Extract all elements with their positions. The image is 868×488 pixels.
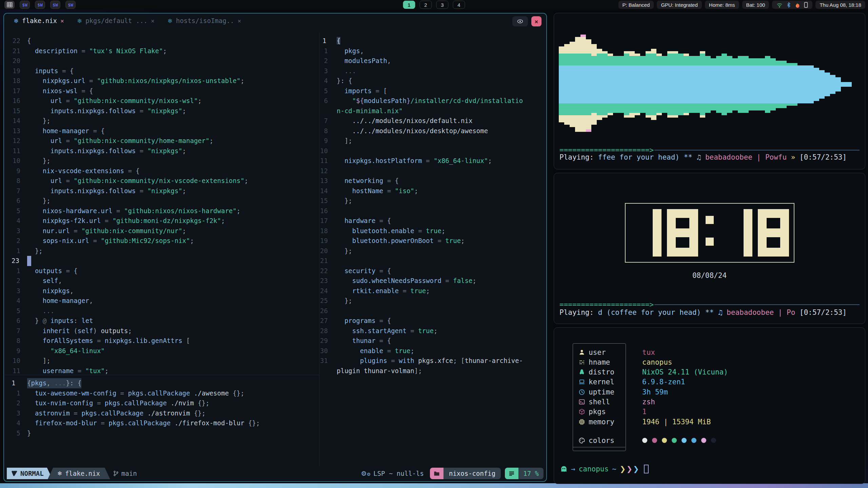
- toggle-button[interactable]: [512, 16, 528, 26]
- code-line[interactable]: 18 bluetooth.enable = true;: [320, 226, 547, 236]
- tag-1[interactable]: 1: [403, 1, 415, 9]
- code-line[interactable]: 15 inputs.nixpkgs.follows = "nixpkgs";: [4, 106, 319, 116]
- taskbar-item[interactable]: $W: [65, 1, 76, 9]
- code-line[interactable]: 23 sudo.wheelNeedsPassword = false;: [320, 276, 547, 286]
- code-line[interactable]: 15 };: [320, 196, 547, 206]
- code-line[interactable]: plugin thunar-volman];: [320, 366, 547, 376]
- code-line[interactable]: 19 bluetooth.powerOnBoot = true;: [320, 236, 547, 246]
- code-line[interactable]: 4}: {: [320, 76, 547, 86]
- code-line[interactable]: 6 };: [4, 196, 319, 206]
- code-line[interactable]: 1 pkgs,: [320, 46, 547, 56]
- code-line[interactable]: 2 modulesPath,: [320, 56, 547, 66]
- code-line[interactable]: 7 inputs.nixpkgs.follows = "nixpkgs";: [4, 186, 319, 196]
- clock-widget[interactable]: Thu Aug 08, 18:18: [815, 1, 865, 9]
- code-line[interactable]: 3 ...: [320, 66, 547, 76]
- code-line[interactable]: 24 rtkit.enable = true;: [320, 286, 547, 296]
- code-line[interactable]: 17 hardware = {: [320, 216, 547, 226]
- code-line[interactable]: 11 username = "tux";: [4, 366, 319, 376]
- code-line[interactable]: 29 thunar = {: [320, 336, 547, 346]
- code-line[interactable]: 3 nur.url = "github:nix-community/nur";: [4, 226, 319, 236]
- code-line[interactable]: 17 nixos-wsl = {: [4, 86, 319, 96]
- tag-4[interactable]: 4: [453, 1, 465, 9]
- code-line[interactable]: 2 tux-nvim-config = pkgs.callPackage ./n…: [4, 398, 319, 408]
- code-line[interactable]: 12: [320, 166, 547, 176]
- code-line[interactable]: 12 url = "github:nix-community/home-mana…: [4, 136, 319, 146]
- code-line[interactable]: 22{: [4, 36, 319, 46]
- vertical-split[interactable]: [319, 33, 319, 466]
- launcher-button[interactable]: [4, 1, 15, 9]
- code-line[interactable]: 21 description = "tux's NixOS Flake";: [4, 46, 319, 56]
- tab-close-icon[interactable]: ×: [60, 17, 64, 24]
- gpu-widget[interactable]: GPU: Integrated: [657, 1, 702, 9]
- code-line[interactable]: 27 programs = {: [320, 316, 547, 326]
- code-line[interactable]: 31 plugins = with pkgs.xfce; [thunar-arc…: [320, 356, 547, 366]
- code-line[interactable]: 30 enable = true;: [320, 346, 547, 356]
- code-line[interactable]: 26: [320, 306, 547, 316]
- tab-pkgs/default ...[interactable]: ❄pkgs/default ...×: [77, 17, 155, 24]
- code-line[interactable]: 10 ];: [4, 356, 319, 366]
- code-line[interactable]: 5}: [4, 428, 319, 439]
- code-line[interactable]: 1 tux-awesome-wm-config = pkgs.callPacka…: [4, 388, 319, 399]
- code-line[interactable]: 28 ssh.startAgent = true;: [320, 326, 547, 336]
- close-button[interactable]: ×: [531, 16, 541, 26]
- code-line[interactable]: 5 ...: [4, 306, 319, 316]
- code-line[interactable]: 1{: [320, 36, 547, 46]
- code-line[interactable]: 8 ../../modules/nixos/desktop/awesome: [320, 126, 547, 136]
- code-line[interactable]: 11 inputs.nixpkgs.follows = "nixpkgs";: [4, 146, 319, 156]
- taskbar-item[interactable]: $W: [20, 1, 30, 9]
- code-line[interactable]: 20: [4, 56, 319, 66]
- tab-flake.nix[interactable]: ❄flake.nix×: [14, 17, 64, 24]
- code-line[interactable]: 20 };: [320, 246, 547, 256]
- code-line[interactable]: 2 sops-nix.url = "github:Mic92/sops-nix"…: [4, 236, 319, 246]
- code-line[interactable]: 4 firefox-mod-blur = pkgs.callPackage ./…: [4, 418, 319, 428]
- code-line[interactable]: 7 ../../modules/nixos/default.nix: [320, 116, 547, 126]
- code-line[interactable]: 13 networking = {: [320, 176, 547, 186]
- code-line[interactable]: 5 nixos-hardware.url = "github:nixos/nix…: [4, 206, 319, 216]
- code-line[interactable]: 1{pkgs, ...}: {: [4, 378, 319, 388]
- tab-close-icon[interactable]: ×: [151, 17, 155, 24]
- wifi-icon[interactable]: [776, 2, 783, 8]
- code-line[interactable]: 9 "x86_64-linux": [4, 346, 319, 356]
- code-line[interactable]: 19 inputs = {: [4, 66, 319, 76]
- tag-3[interactable]: 3: [436, 1, 449, 9]
- code-line[interactable]: 1 outputs = {: [4, 266, 319, 276]
- code-line[interactable]: 9 ];: [320, 136, 547, 146]
- editor-pane-flake[interactable]: 22{21 description = "tux's NixOS Flake";…: [4, 36, 319, 376]
- code-line[interactable]: 6 } @ inputs: let: [4, 316, 319, 326]
- code-line[interactable]: 22 security = {: [320, 266, 547, 276]
- code-line[interactable]: 23: [4, 256, 319, 266]
- editor-pane-pkgs[interactable]: 1{pkgs, ...}: {1 tux-awesome-wm-config =…: [4, 378, 319, 438]
- tab-hosts/isoImag..[interactable]: ❄hosts/isoImag..×: [167, 17, 241, 24]
- taskbar-item[interactable]: $W: [35, 1, 45, 9]
- code-line[interactable]: 7 inherit (self) outputs;: [4, 326, 319, 336]
- code-line[interactable]: 18 nixpkgs.url = "github:nixos/nixpkgs/n…: [4, 76, 319, 86]
- battery-widget[interactable]: Bat: 100: [742, 1, 769, 9]
- tag-2[interactable]: 2: [420, 1, 432, 9]
- code-line[interactable]: 4 nixpkgs-f2k.url = "github:moni-dz/nixp…: [4, 216, 319, 226]
- flame-icon[interactable]: [795, 2, 800, 8]
- phone-icon[interactable]: [804, 2, 808, 8]
- code-line[interactable]: 8 url = "github:nix-community/nix-vscode…: [4, 176, 319, 186]
- code-line[interactable]: 10 };: [4, 156, 319, 166]
- code-line[interactable]: 6 "${modulesPath}/installer/cd-dvd/insta…: [320, 96, 547, 106]
- code-line[interactable]: 16 url = "github:nix-community/nixos-wsl…: [4, 96, 319, 106]
- code-line[interactable]: 13 home-manager = {: [4, 126, 319, 136]
- code-line[interactable]: 21: [320, 256, 547, 266]
- code-line[interactable]: 25 };: [320, 296, 547, 306]
- shell-prompt[interactable]: → canopus ~ ❯❯❯: [560, 465, 649, 473]
- code-line[interactable]: 3 nixpkgs,: [4, 286, 319, 296]
- code-line[interactable]: 8 forAllSystems = nixpkgs.lib.genAttrs [: [4, 336, 319, 346]
- code-line[interactable]: 11 nixpkgs.hostPlatform = "x86_64-linux"…: [320, 156, 547, 166]
- code-line[interactable]: 9 nix-vscode-extensions = {: [4, 166, 319, 176]
- code-line[interactable]: 16: [320, 206, 547, 216]
- code-line[interactable]: 3 astronvim = pkgs.callPackage ./astronv…: [4, 408, 319, 419]
- power-profile-widget[interactable]: P: Balanced: [618, 1, 654, 9]
- code-line[interactable]: n-cd-minimal.nix": [320, 106, 547, 116]
- code-line[interactable]: 14 hostName = "iso";: [320, 186, 547, 196]
- ping-widget[interactable]: Home: 8ms: [705, 1, 739, 9]
- tab-close-icon[interactable]: ×: [238, 17, 241, 24]
- editor-pane-iso[interactable]: 1{1 pkgs,2 modulesPath,3 ...4}: {5 impor…: [320, 36, 547, 376]
- code-line[interactable]: 14 };: [4, 116, 319, 126]
- bluetooth-icon[interactable]: [786, 2, 791, 8]
- code-line[interactable]: 5 imports = [: [320, 86, 547, 96]
